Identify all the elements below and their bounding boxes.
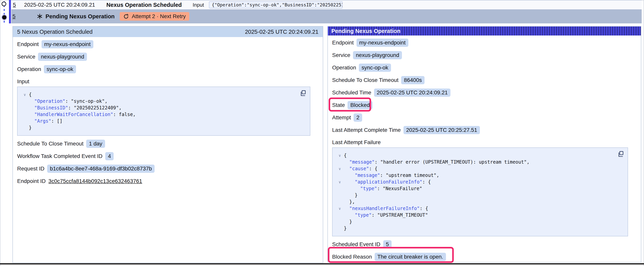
code-text: { <box>344 152 346 159</box>
code-gutter <box>336 192 344 198</box>
field-row-schedule-to-close-timeout: Schedule To Close Timeout1 day <box>17 139 317 148</box>
collapse-chevron-icon[interactable]: ∨ <box>336 152 344 159</box>
code-gutter <box>336 185 344 192</box>
field-row-schedule-to-close-timeout: Schedule To Close Timeout86400s <box>332 76 635 85</box>
code-gutter <box>21 118 29 124</box>
collapse-chevron-icon[interactable]: ∨ <box>21 91 29 98</box>
collapse-chevron-icon[interactable]: ∨ <box>336 179 344 185</box>
field-row-last-attempt-complete-time: Last Attempt Complete Time2025-02-25 UTC… <box>332 126 635 135</box>
field-label: Operation <box>332 65 356 71</box>
retry-badge-label: Attempt 2 · Next Retry <box>132 13 186 20</box>
field-value-badge: 2025-02-25 UTC 20:25:27.51 <box>404 126 480 134</box>
field-row-attempt: Attempt2 <box>332 113 635 122</box>
field-value-badge: 2025-02-25 UTC 20:24:09.21 <box>374 89 450 97</box>
code-text: "BusinessID": "20250225122409", <box>29 105 122 111</box>
field-label: Attempt <box>332 114 351 121</box>
field-label: Operation <box>17 66 41 72</box>
history-row-pending-nexus-operation[interactable]: 5 Pending Nexus Operation Attempt 2 · Ne… <box>11 9 642 24</box>
field-row-state: StateBlocked <box>332 101 635 110</box>
event-timestamp: 2025-02-25 UTC 20:24:09.21 <box>24 2 95 8</box>
field-label: Service <box>332 52 350 58</box>
timeline-open-circle-icon <box>2 2 6 6</box>
copy-icon[interactable] <box>300 90 306 97</box>
collapse-chevron-icon[interactable]: ∨ <box>336 205 344 212</box>
field-row-service: Servicenexus-playground <box>17 52 317 61</box>
field-value-badge: Blocked <box>348 101 372 109</box>
field-row-operation: Operationsync-op-ok <box>332 63 635 72</box>
event-title: Pending Nexus Operation <box>46 13 115 20</box>
code-line: } <box>336 218 616 225</box>
field-label: Schedule To Close Timeout <box>332 77 398 83</box>
field-label: Scheduled Time <box>332 90 371 96</box>
code-line: } <box>336 225 616 232</box>
field-value-badge: sync-op-ok <box>359 64 391 72</box>
field-row-request-id: Request IDb1c6a4bc-8ee7-468a-9169-df3b02… <box>17 164 317 173</box>
code-line: "BusinessID": "20250225122409", <box>21 105 298 111</box>
field-row-operation: Operationsync-op-ok <box>17 65 317 74</box>
code-text: "applicationFailureInfo": { <box>344 179 431 185</box>
field-label: Last Attempt Complete Time <box>332 127 401 133</box>
endpoint-id-link[interactable]: 3c0c75ccfa8144b092c13ce632463761 <box>48 178 142 184</box>
code-line: } <box>21 124 298 131</box>
code-text: "message": "handler error (UPSTREAM_TIME… <box>344 159 530 165</box>
event-title: Nexus Operation Scheduled <box>106 2 182 8</box>
code-line: "Args": [] <box>21 118 298 124</box>
timeline-selection-bar <box>9 0 11 24</box>
panel-header-time: 2025-02-25 UTC 20:24:09.21 <box>245 29 318 35</box>
code-gutter <box>21 124 29 131</box>
code-text: "cause": { <box>344 165 378 172</box>
code-line: "type": "NexusFailure" <box>336 185 616 192</box>
field-value-badge: 5 <box>383 240 392 248</box>
field-value-badge: 1 day <box>86 140 105 148</box>
field-list: Scheduled Event ID5Blocked ReasonThe cir… <box>332 240 635 261</box>
window-bottom-edge <box>0 263 644 264</box>
event-id-link[interactable]: 5 <box>13 2 16 8</box>
nexus-asterisk-icon <box>37 13 43 20</box>
code-text: "type": "UPSTREAM_TIMEOUT" <box>344 212 428 218</box>
panel-header-title: 5 Nexus Operation Scheduled <box>17 29 92 35</box>
field-label: Scheduled Event ID <box>332 241 380 247</box>
field-value-badge: The circuit breaker is open. <box>375 253 446 261</box>
field-value-badge: sync-op-ok <box>44 65 76 73</box>
code-text: { <box>29 91 32 98</box>
field-list: Endpointmy-nexus-endpointServicenexus-pl… <box>17 40 317 74</box>
field-row-scheduled-time: Scheduled Time2025-02-25 UTC 20:24:09.21 <box>332 88 635 97</box>
field-value-badge: my-nexus-endpoint <box>42 40 93 48</box>
code-gutter <box>336 212 344 218</box>
field-label: Schedule To Close Timeout <box>17 141 84 147</box>
code-line: ∨"applicationFailureInfo": { <box>336 179 616 185</box>
pending-nexus-operation-panel: Pending Nexus Operation Endpointmy-nexus… <box>328 26 641 262</box>
field-row-endpoint: Endpointmy-nexus-endpoint <box>17 40 317 49</box>
field-label: Endpoint <box>332 40 354 46</box>
collapse-chevron-icon[interactable]: ∨ <box>336 165 344 172</box>
input-section-label: Input <box>17 78 317 85</box>
field-row-workflow-task-completed-event-id: Workflow Task Completed Event ID4 <box>17 152 317 161</box>
pending-panel-header: Pending Nexus Operation <box>328 27 641 36</box>
code-line: "type": "UPSTREAM_TIMEOUT" <box>336 212 616 218</box>
event-id-link[interactable]: 5 <box>12 13 16 20</box>
code-gutter <box>336 159 344 165</box>
code-gutter <box>336 225 344 232</box>
copy-icon[interactable] <box>617 151 624 158</box>
field-value-badge: b1c6a4bc-8ee7-468a-9169-df3b02c8737b <box>47 165 154 173</box>
failure-section-label: Last Attempt Failure <box>332 139 635 146</box>
field-value-badge: nexus-playground <box>38 53 87 61</box>
code-gutter <box>336 218 344 225</box>
code-line: } <box>336 192 616 198</box>
history-row-nexus-operation-scheduled[interactable]: 5 2025-02-25 UTC 20:24:09.21 Nexus Opera… <box>11 0 642 9</box>
code-line: }, <box>336 198 616 205</box>
field-row-endpoint-id: Endpoint ID 3c0c75ccfa8144b092c13ce63246… <box>17 177 317 186</box>
field-value-badge: 2 <box>354 114 362 122</box>
code-gutter <box>21 111 29 118</box>
code-line: ∨"cause": { <box>336 165 616 172</box>
input-preview-chip[interactable]: {"Operation":"sync-op-ok","BusinessID":"… <box>209 1 343 9</box>
field-value-badge: 4 <box>105 152 114 160</box>
field-row-blocked-reason: Blocked ReasonThe circuit breaker is ope… <box>332 252 635 261</box>
code-text: }, <box>344 198 355 205</box>
field-label: Endpoint <box>17 41 39 47</box>
field-value-badge: nexus-playground <box>353 51 402 59</box>
code-text: "type": "NexusFailure" <box>344 185 422 192</box>
code-gutter <box>336 198 344 205</box>
field-list: Endpointmy-nexus-endpointServicenexus-pl… <box>332 38 635 135</box>
event-detail-panel-scheduled: 5 Nexus Operation Scheduled 2025-02-25 U… <box>12 26 323 263</box>
